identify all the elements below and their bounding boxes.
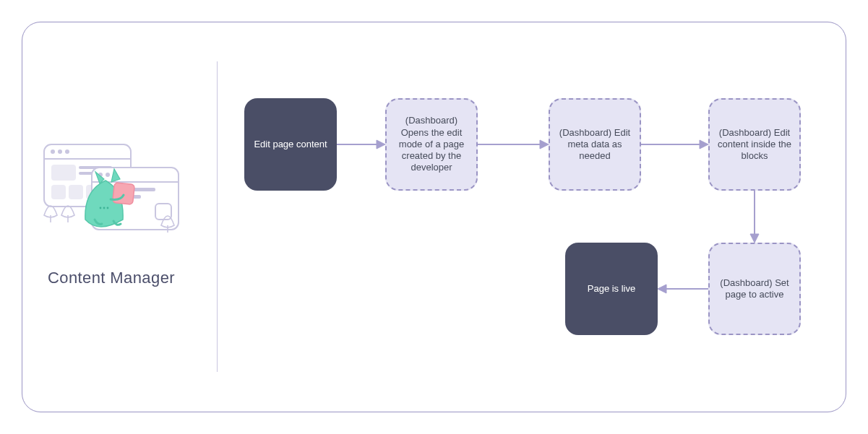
svg-rect-9 — [69, 185, 83, 199]
flow-step-label: (Dashboard) Edit content inside the bloc… — [717, 127, 792, 162]
svg-point-14 — [106, 173, 110, 177]
svg-point-24 — [107, 207, 109, 209]
flow-step-open-edit-mode: (Dashboard) Opens the edit mode of a pag… — [385, 98, 478, 191]
svg-marker-27 — [377, 140, 385, 149]
flow-step-label: (Dashboard) Opens the edit mode of a pag… — [394, 115, 469, 173]
svg-point-2 — [51, 149, 55, 154]
flow-step-set-page-active: (Dashboard) Set page to active — [708, 243, 801, 335]
flow-step-label: Edit page content — [254, 139, 327, 150]
arrow-b5-b6 — [658, 284, 708, 294]
flow-step-edit-page-content: Edit page content — [244, 98, 337, 191]
svg-marker-29 — [540, 140, 549, 149]
arrow-b2-b3 — [478, 139, 549, 149]
vertical-divider — [217, 61, 218, 372]
left-column: Content Manager — [22, 22, 201, 412]
flow-step-edit-meta-data: (Dashboard) Edit meta data as needed — [549, 98, 641, 191]
flow-step-label: (Dashboard) Edit meta data as needed — [557, 127, 632, 162]
svg-point-22 — [100, 207, 102, 209]
flow-step-page-is-live: Page is live — [565, 243, 658, 335]
left-title: Content Manager — [22, 269, 201, 287]
svg-rect-25 — [113, 183, 135, 205]
svg-marker-33 — [750, 234, 759, 243]
svg-marker-35 — [658, 285, 666, 293]
arrow-b4-b5 — [749, 191, 760, 243]
flow-step-label: Page is live — [588, 283, 635, 295]
svg-marker-31 — [700, 140, 708, 149]
content-manager-illustration — [35, 130, 187, 246]
svg-point-23 — [103, 207, 106, 209]
arrow-b3-b4 — [641, 139, 708, 149]
svg-rect-8 — [51, 185, 66, 199]
flow-step-edit-content-blocks: (Dashboard) Edit content inside the bloc… — [708, 98, 801, 191]
flow-step-label: (Dashboard) Set page to active — [717, 277, 792, 301]
svg-point-3 — [58, 149, 62, 154]
arrow-b1-b2 — [337, 139, 385, 149]
svg-point-4 — [65, 149, 69, 154]
svg-rect-5 — [51, 165, 76, 181]
